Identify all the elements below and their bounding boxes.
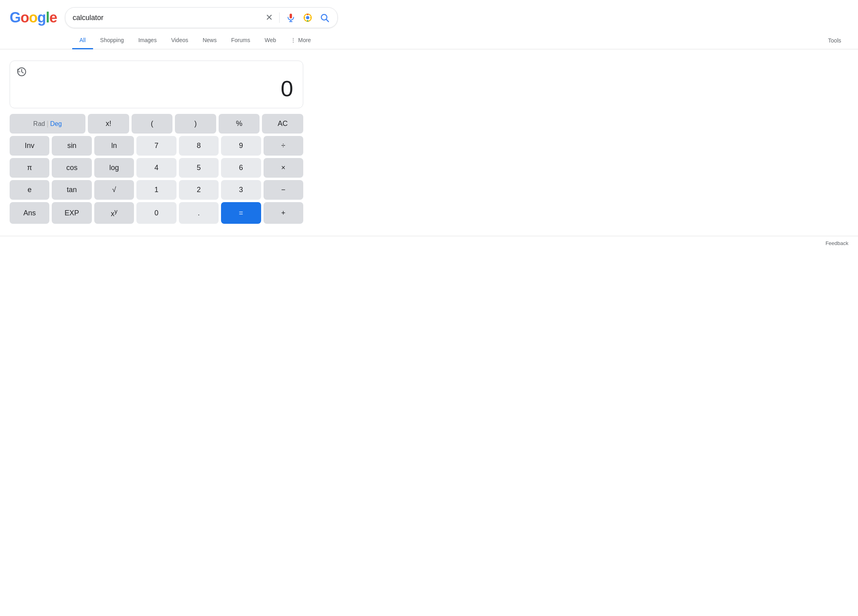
calc-result: 0 — [20, 67, 293, 101]
rad-deg-toggle[interactable]: Rad | Deg — [10, 114, 85, 134]
rad-label: Rad — [33, 120, 45, 128]
zero-button[interactable]: 0 — [136, 202, 176, 224]
inv-button[interactable]: Inv — [10, 136, 49, 156]
tab-news[interactable]: News — [195, 32, 224, 49]
google-logo: Google — [10, 9, 57, 26]
sqrt-button[interactable]: √ — [94, 180, 134, 200]
feedback-bar: Feedback — [0, 236, 858, 250]
svg-rect-6 — [307, 20, 308, 22]
log-button[interactable]: log — [94, 158, 134, 178]
rad-deg-divider: | — [47, 120, 49, 128]
svg-rect-5 — [307, 14, 308, 15]
search-icon — [320, 13, 329, 22]
three-button[interactable]: 3 — [221, 180, 261, 200]
one-button[interactable]: 1 — [136, 180, 176, 200]
tab-web[interactable]: Web — [258, 32, 284, 49]
tab-forums[interactable]: Forums — [224, 32, 257, 49]
svg-rect-8 — [310, 17, 312, 18]
exp-button[interactable]: EXP — [52, 202, 91, 224]
svg-rect-0 — [290, 14, 292, 18]
tools-button[interactable]: Tools — [821, 32, 848, 49]
four-button[interactable]: 4 — [136, 158, 176, 178]
calc-row-5: Ans EXP xy 0 . = + — [10, 202, 303, 224]
eight-button[interactable]: 8 — [179, 136, 219, 156]
factorial-button[interactable]: x! — [88, 114, 129, 134]
close-paren-button[interactable]: ) — [175, 114, 216, 134]
logo-o2: o — [29, 9, 37, 26]
ln-button[interactable]: ln — [94, 136, 134, 156]
cos-button[interactable]: cos — [52, 158, 91, 178]
equals-button[interactable]: = — [221, 202, 261, 224]
pi-button[interactable]: π — [10, 158, 49, 178]
add-button[interactable]: + — [264, 202, 303, 224]
sin-button[interactable]: sin — [52, 136, 91, 156]
calc-row-2: Inv sin ln 7 8 9 ÷ — [10, 136, 303, 156]
logo-g: G — [10, 9, 20, 26]
calc-row-3: π cos log 4 5 6 × — [10, 158, 303, 178]
lens-button[interactable] — [302, 12, 313, 23]
search-icons: ✕ — [265, 12, 330, 24]
search-bar: ✕ — [65, 7, 338, 28]
calc-display: 0 — [10, 61, 303, 108]
svg-point-4 — [306, 16, 309, 19]
x-icon: ✕ — [266, 12, 273, 23]
svg-rect-7 — [304, 17, 305, 18]
search-input[interactable] — [73, 14, 260, 22]
tab-images[interactable]: Images — [131, 32, 164, 49]
ans-button[interactable]: Ans — [10, 202, 49, 224]
decimal-button[interactable]: . — [179, 202, 219, 224]
tab-all[interactable]: All — [72, 32, 93, 49]
feedback-link[interactable]: Feedback — [826, 240, 848, 246]
deg-label: Deg — [50, 120, 62, 128]
calc-row-1: Rad | Deg x! ( ) % AC — [10, 114, 303, 134]
nav-tabs: All Shopping Images Videos News Forums W… — [0, 32, 858, 49]
power-button[interactable]: xy — [94, 202, 134, 224]
divide-button[interactable]: ÷ — [264, 136, 303, 156]
nine-button[interactable]: 9 — [221, 136, 261, 156]
e-button[interactable]: e — [10, 180, 49, 200]
svg-line-10 — [327, 20, 329, 22]
two-button[interactable]: 2 — [179, 180, 219, 200]
multiply-button[interactable]: × — [264, 158, 303, 178]
open-paren-button[interactable]: ( — [132, 114, 173, 134]
logo-l: l — [46, 9, 49, 26]
percent-button[interactable]: % — [219, 114, 260, 134]
calc-row-4: e tan √ 1 2 3 − — [10, 180, 303, 200]
ac-button[interactable]: AC — [262, 114, 303, 134]
search-button[interactable] — [319, 12, 330, 23]
seven-button[interactable]: 7 — [136, 136, 176, 156]
tan-button[interactable]: tan — [52, 180, 91, 200]
logo-g2: g — [37, 9, 46, 26]
five-button[interactable]: 5 — [179, 158, 219, 178]
subtract-button[interactable]: − — [264, 180, 303, 200]
tab-more[interactable]: ⋮ More — [283, 32, 318, 49]
mic-icon — [286, 13, 296, 22]
header: Google ✕ — [0, 0, 858, 28]
logo-e: e — [49, 9, 57, 26]
calc-buttons: Rad | Deg x! ( ) % AC Inv sin ln 7 8 9 ÷… — [10, 114, 303, 224]
tab-shopping[interactable]: Shopping — [93, 32, 131, 49]
calculator: 0 Rad | Deg x! ( ) % AC Inv sin ln 7 8 9… — [0, 49, 313, 232]
history-icon[interactable] — [16, 67, 27, 79]
tab-videos[interactable]: Videos — [164, 32, 196, 49]
clear-button[interactable]: ✕ — [265, 12, 274, 24]
vertical-divider — [279, 12, 280, 23]
logo-o1: o — [20, 9, 29, 26]
six-button[interactable]: 6 — [221, 158, 261, 178]
mic-button[interactable] — [285, 12, 296, 23]
lens-icon — [303, 13, 312, 22]
